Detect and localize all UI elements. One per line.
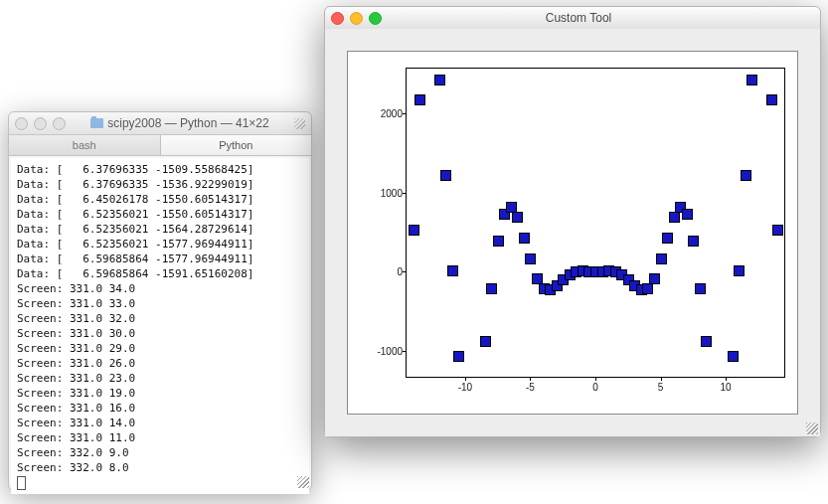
plot-axes[interactable]: -10-50510-1000010002000 (406, 68, 785, 378)
data-marker (440, 170, 451, 181)
tab-python[interactable]: Python (161, 135, 312, 155)
data-marker (695, 283, 706, 294)
data-marker (688, 236, 699, 247)
minimize-icon[interactable] (350, 12, 363, 25)
data-marker (669, 212, 680, 223)
data-marker (772, 225, 783, 236)
data-marker (682, 209, 693, 220)
zoom-icon[interactable] (369, 12, 382, 25)
data-marker (642, 283, 653, 294)
x-tick-label: -5 (526, 382, 535, 393)
y-tick-label: 2000 (367, 108, 403, 119)
data-marker (656, 253, 667, 264)
data-marker (525, 253, 536, 264)
terminal-output[interactable]: Data: [ 6.37696335 -1509.55868425] Data:… (11, 158, 309, 494)
close-icon[interactable] (331, 12, 344, 25)
y-tick-label: -1000 (367, 345, 403, 356)
data-marker (506, 202, 517, 213)
terminal-tabs: bash Python (9, 135, 311, 156)
data-marker (486, 283, 497, 294)
data-marker (414, 94, 425, 105)
x-tick-label: -10 (458, 382, 472, 393)
titlebar-resize-icon (294, 118, 305, 129)
plot-titlebar[interactable]: Custom Tool (325, 7, 820, 30)
terminal-traffic-lights[interactable] (15, 117, 66, 130)
data-marker (434, 75, 445, 85)
terminal-title: scipy2008 — Python — 41×22 (66, 116, 294, 130)
data-marker (409, 225, 419, 236)
data-marker (453, 351, 464, 362)
data-marker (512, 212, 523, 223)
terminal-titlebar[interactable]: scipy2008 — Python — 41×22 (9, 112, 311, 135)
plot-body: -10-50510-1000010002000 (325, 29, 820, 436)
tab-bash[interactable]: bash (9, 135, 161, 155)
data-marker (734, 265, 745, 276)
zoom-icon[interactable] (53, 117, 66, 130)
plot-window: Custom Tool -10-50510-1000010002000 (324, 6, 821, 437)
terminal-window: scipy2008 — Python — 41×22 bash Python D… (8, 111, 312, 491)
data-marker (746, 75, 757, 85)
data-marker (649, 273, 660, 284)
data-marker (728, 351, 739, 362)
plot-traffic-lights[interactable] (331, 12, 382, 25)
y-tick-label: 0 (367, 266, 403, 277)
close-icon[interactable] (15, 117, 28, 130)
resize-handle-icon[interactable] (297, 476, 309, 488)
data-marker (766, 94, 777, 105)
plot-title: Custom Tool (382, 11, 775, 25)
resize-handle-icon[interactable] (806, 422, 818, 434)
y-tick-label: 1000 (367, 187, 403, 198)
data-marker (493, 236, 504, 247)
x-tick-label: 0 (592, 382, 598, 393)
data-marker (519, 233, 530, 244)
cursor-icon (17, 476, 26, 490)
plot-inset: -10-50510-1000010002000 (347, 51, 798, 415)
data-marker (480, 336, 491, 347)
folder-icon (90, 118, 103, 128)
data-marker (701, 336, 712, 347)
minimize-icon[interactable] (34, 117, 47, 130)
x-tick-label: 5 (658, 382, 664, 393)
terminal-title-text: scipy2008 — Python — 41×22 (107, 116, 268, 130)
data-marker (447, 265, 458, 276)
data-marker (741, 170, 751, 181)
data-marker (662, 233, 673, 244)
x-tick-label: 10 (720, 382, 731, 393)
